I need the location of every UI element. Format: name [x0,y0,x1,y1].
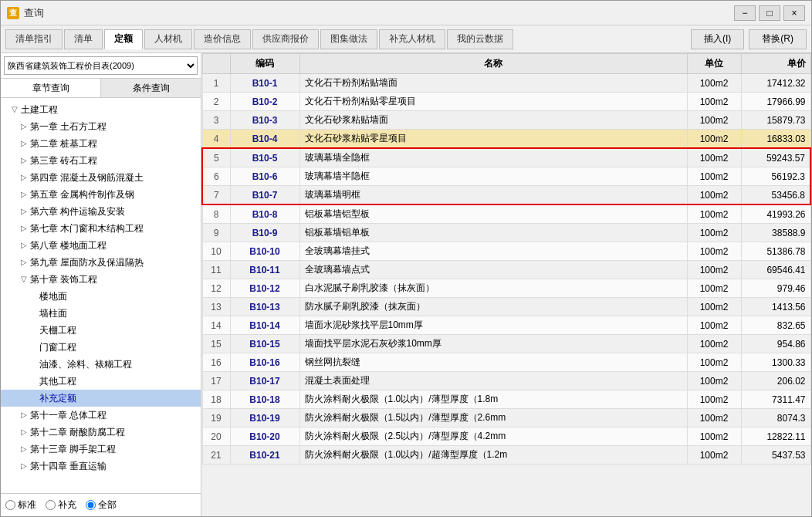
tree-item-ch3[interactable]: ▷ 第三章 砖石工程 [1,152,201,169]
table-row[interactable]: 3 B10-3 文化石砂浆粘贴墙面 100m2 15879.73 [202,111,810,130]
tree-item-ch4[interactable]: ▷ 第四章 混凝土及钢筋混凝土 [1,169,201,186]
tree-item-ch13[interactable]: ▷ 第十三章 脚手架工程 [1,441,201,458]
cell-unit: 100m2 [687,409,741,427]
cell-code: B10-19 [230,409,299,427]
tree-item-ch12[interactable]: ▷ 第十二章 耐酸防腐工程 [1,424,201,441]
cell-name: 全玻璃幕墙挂式 [299,242,687,261]
tree-item-ch1[interactable]: ▷ 第一章 土石方工程 [1,118,201,135]
table-row[interactable]: 2 B10-2 文化石干粉剂粘贴零星项目 100m2 17966.99 [202,93,810,111]
region-dropdown[interactable]: 陕西省建筑装饰工程价目表(2009) [4,56,198,75]
tab-cost-info[interactable]: 造价信息 [194,29,251,49]
tree-item-ch8[interactable]: ▷ 第八章 楼地面工程 [1,237,201,254]
tree-item-door[interactable]: 门窗工程 [1,339,201,356]
tab-material[interactable]: 人材机 [144,29,192,49]
cell-code: B10-14 [230,316,299,335]
tab-quota[interactable]: 定额 [104,29,143,49]
tab-supplement[interactable]: 补充人材机 [379,29,445,49]
table-row[interactable]: 19 B10-19 防火涂料耐火极限（1.5以内）/薄型厚度（2.6mm 100… [202,409,810,427]
cell-name: 墙面找平层水泥石灰砂浆10mm厚 [299,335,687,353]
tree-item-ch10[interactable]: ▽ 第十章 装饰工程 [1,271,201,288]
tree-toggle: ▷ [19,427,29,437]
cell-num: 13 [202,298,230,316]
tree-item-ch14[interactable]: ▷ 第十四章 垂直运输 [1,458,201,475]
tree-item-wall[interactable]: 墙柱面 [1,305,201,322]
cell-num: 6 [202,167,230,186]
cell-price: 954.86 [741,335,810,353]
tree-item-ch9[interactable]: ▷ 第九章 屋面防水及保温隔热 [1,254,201,271]
data-table-container[interactable]: 编码 名称 单位 单价 1 B10-1 文化石干粉剂粘贴墙面 100m2 174… [201,53,811,516]
cell-code: B10-1 [230,74,299,93]
cell-num: 21 [202,446,230,465]
table-row[interactable]: 10 B10-10 全玻璃幕墙挂式 100m2 51386.78 [202,242,810,261]
tab-atlas[interactable]: 图集做法 [320,29,377,49]
tree-toggle: ▷ [19,461,29,471]
tree-item-supplement[interactable]: 补充定额 [1,390,201,407]
table-row[interactable]: 18 B10-18 防火涂料耐火极限（1.0以内）/薄型厚度（1.8m 100m… [202,390,810,409]
table-row[interactable]: 9 B10-9 铝板幕墙铝单板 100m2 38588.9 [202,224,810,242]
tree-toggle: ▷ [19,258,29,267]
tree-item-ch2[interactable]: ▷ 第二章 桩基工程 [1,135,201,152]
tree-item-paint[interactable]: 油漆、涂料、裱糊工程 [1,356,201,373]
table-row[interactable]: 21 B10-21 防火涂料耐火极限（1.0以内）/超薄型厚度（1.2m 100… [202,446,810,465]
tab-supplier[interactable]: 供应商报价 [252,29,319,49]
table-row[interactable]: 4 B10-4 文化石砂浆粘贴零星项目 100m2 16833.03 [202,130,810,149]
tree-item-civil[interactable]: ▽ 土建工程 [1,101,201,118]
table-row[interactable]: 5 B10-5 玻璃幕墙全隐框 100m2 59243.57 [202,148,810,167]
table-row[interactable]: 6 B10-6 玻璃幕墙半隐框 100m2 56192.3 [202,167,810,186]
tab-cloud[interactable]: 我的云数据 [447,29,513,49]
cell-num: 18 [202,390,230,409]
cell-num: 5 [202,148,230,167]
maximize-button[interactable]: □ [759,5,780,21]
cell-name: 防火涂料耐火极限（1.0以内）/薄型厚度（1.8m [299,390,687,409]
region-selector[interactable]: 陕西省建筑装饰工程价目表(2009) [1,53,201,79]
table-row[interactable]: 12 B10-12 白水泥腻子刷乳胶漆（抹灰面） 100m2 979.46 [202,279,810,298]
table-row[interactable]: 7 B10-7 玻璃幕墙明框 100m2 53456.8 [202,186,810,205]
radio-supplement[interactable]: 补充 [46,498,76,512]
cell-name: 防火涂料耐火极限（1.0以内）/超薄型厚度（1.2m [299,446,687,465]
tree-item-ch5[interactable]: ▷ 第五章 金属构件制作及钢 [1,186,201,203]
cell-price: 51386.78 [741,242,810,261]
table-row[interactable]: 14 B10-14 墙面水泥砂浆找平层10mm厚 100m2 832.65 [202,316,810,335]
close-button[interactable]: × [783,5,805,21]
replace-button[interactable]: 替换(R) [749,29,807,49]
table-row[interactable]: 13 B10-13 防水腻子刷乳胶漆（抹灰面） 100m2 1413.56 [202,298,810,316]
cell-code: B10-13 [230,298,299,316]
cell-price: 15879.73 [741,111,810,130]
tree-toggle: ▷ [19,224,29,233]
cell-name: 文化石砂浆粘贴零星项目 [299,130,687,149]
window-title: 查询 [24,6,734,20]
radio-standard[interactable]: 标准 [5,498,36,512]
cell-unit: 100m2 [687,427,741,446]
cell-unit: 100m2 [687,261,741,279]
tree-item-ceiling[interactable]: 天棚工程 [1,322,201,339]
tree-item-ch6[interactable]: ▷ 第六章 构件运输及安装 [1,203,201,220]
cell-price: 1413.56 [741,298,810,316]
tree-item-ch11[interactable]: ▷ 第十一章 总体工程 [1,407,201,424]
cell-num: 2 [202,93,230,111]
table-row[interactable]: 16 B10-16 钢丝网抗裂缝 100m2 1300.33 [202,353,810,372]
tree-item-ch7[interactable]: ▷ 第七章 木门窗和木结构工程 [1,220,201,237]
tree-toggle [29,292,38,301]
table-row[interactable]: 11 B10-11 全玻璃幕墙点式 100m2 69546.41 [202,261,810,279]
table-row[interactable]: 8 B10-8 铝板幕墙铝型板 100m2 41993.26 [202,204,810,224]
cell-code: B10-21 [230,446,299,465]
tab-list[interactable]: 清单 [64,29,103,49]
sidebar-footer: 标准 补充 全部 [1,493,201,516]
cell-unit: 100m2 [687,279,741,298]
minimize-button[interactable]: − [734,5,756,21]
table-row[interactable]: 1 B10-1 文化石干粉剂粘贴墙面 100m2 17412.32 [202,74,810,93]
cell-name: 玻璃幕墙明框 [299,186,687,205]
cell-unit: 100m2 [687,93,741,111]
table-row[interactable]: 15 B10-15 墙面找平层水泥石灰砂浆10mm厚 100m2 954.86 [202,335,810,353]
radio-all[interactable]: 全部 [86,498,117,512]
cell-code: B10-10 [230,242,299,261]
tree-item-floor[interactable]: 楼地面 [1,288,201,305]
header-name: 名称 [299,54,687,74]
chapter-search-tab[interactable]: 章节查询 [1,79,101,97]
tree-item-other[interactable]: 其他工程 [1,373,201,390]
table-row[interactable]: 20 B10-20 防火涂料耐火极限（2.5以内）/薄型厚度（4.2mm 100… [202,427,810,446]
condition-search-tab[interactable]: 条件查询 [101,79,201,97]
insert-button[interactable]: 插入(I) [691,29,744,49]
tab-list-guide[interactable]: 清单指引 [5,29,63,49]
table-row[interactable]: 17 B10-17 混凝土表面处理 100m2 206.02 [202,372,810,390]
